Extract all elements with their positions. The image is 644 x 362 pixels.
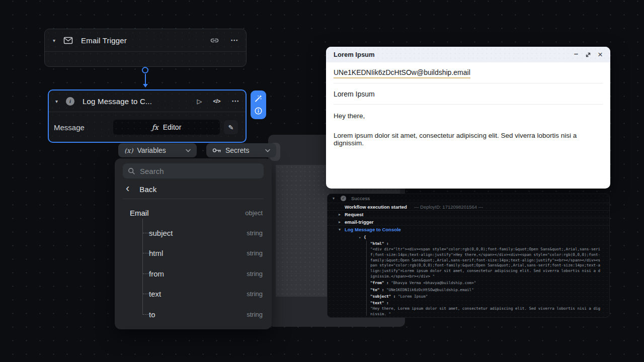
expand-icon[interactable] (585, 52, 591, 58)
expand-caret-icon[interactable]: ▸ (339, 220, 345, 224)
fx-icon: ƒx (152, 123, 158, 131)
json-entry-text: "text" : "Hey there, Lorem ipsum dolor s… (370, 301, 602, 317)
tree-item-subject[interactable]: subject string (130, 227, 263, 238)
modal-title: Lorem Ipsum (334, 51, 574, 58)
node-title: Email Trigger (81, 36, 199, 45)
chevron-down-icon (265, 149, 270, 152)
tree-node-name: html (130, 249, 163, 257)
console-row-request[interactable]: ▸ Request (328, 210, 609, 218)
editor-button[interactable]: ƒx Editor (113, 120, 220, 135)
run-node-icon[interactable]: ▷ (197, 98, 202, 105)
json-value: "<div dir="ltr"><div><span style="color:… (370, 247, 602, 280)
edit-pencil-button[interactable]: ✎ (224, 120, 238, 134)
console-row-log-node[interactable]: ▾ Log Message to Console (328, 225, 609, 233)
message-field-label: Message (54, 123, 85, 132)
tree-node-type: string (247, 229, 263, 237)
search-input[interactable] (140, 167, 259, 175)
divider (334, 83, 603, 83)
tree-item-to[interactable]: to string (130, 309, 263, 320)
back-button[interactable]: ‹ Back (115, 180, 272, 198)
json-entry-to: "to" : "UNe1KEDNIik6zDcHtSOw@buildship.e… (370, 288, 602, 293)
success-label: Success (351, 196, 370, 201)
json-key: "from" : (370, 281, 389, 285)
email-body: Lorem ipsum dolor sit amet, consectetur … (334, 132, 603, 147)
console-json-output: ▾ { "html" : "<div dir="ltr"><div><span … (359, 233, 609, 318)
more-options-icon[interactable]: ⋯ (230, 36, 238, 45)
collapse-caret-icon[interactable]: ▾ (339, 227, 345, 232)
tab-variables[interactable]: (x) Variables (118, 143, 197, 157)
tree-node-name: Email (130, 209, 149, 217)
tree-item-text[interactable]: text string (130, 288, 263, 299)
variables-dropdown-panel: ‹ Back Email object subject string html … (115, 158, 272, 329)
code-icon[interactable]: </> (213, 98, 220, 104)
close-icon[interactable]: × (598, 50, 603, 60)
node-title: Log Message to C... (83, 97, 186, 106)
chevron-down-icon (186, 149, 191, 152)
json-key: "text" : (370, 301, 602, 306)
json-guide-line (366, 241, 367, 316)
json-entry-html: "html" : "<div dir="ltr"><div><span styl… (370, 241, 602, 280)
log-message-header[interactable]: ▾ i Log Message to C... ▷ </> ⋯ (49, 90, 246, 112)
json-value: "Hey there, Lorem ipsum dolor sit amet, … (370, 306, 602, 317)
json-key: "to" : (370, 288, 384, 292)
key-icon (212, 147, 221, 153)
tree-node-type: object (245, 209, 263, 217)
tree-node-name: from (130, 269, 164, 278)
tab-secrets[interactable]: Secrets (206, 143, 276, 157)
started-label: Workflow execution started (345, 204, 407, 210)
json-entry-from: "from" : "Bhavya Verma <bhavya@buildship… (370, 281, 602, 286)
variables-tab-label: Variables (137, 146, 182, 154)
search-icon (128, 167, 135, 175)
tree-item-from[interactable]: from string (130, 268, 263, 279)
collapse-caret-icon[interactable]: ▾ (333, 196, 339, 201)
success-check-icon: ✓ (341, 196, 346, 201)
tree-root-email[interactable]: Email object (130, 207, 263, 218)
info-circle-icon[interactable] (254, 107, 263, 115)
minimize-icon[interactable]: – (574, 49, 578, 58)
json-key: "subject" : (370, 294, 395, 299)
collapse-caret-icon[interactable]: ▾ (53, 38, 55, 43)
link-icon[interactable] (210, 36, 219, 45)
console-row-email-trigger[interactable]: ▸ email-trigger (328, 218, 609, 225)
connector-port[interactable] (142, 67, 148, 73)
chevron-left-icon: ‹ (126, 184, 129, 194)
execution-console[interactable]: ▾ ✓ Success Workflow execution started -… (327, 194, 610, 318)
email-subject[interactable]: Lorem Ipsum (334, 90, 603, 98)
connector-line (145, 74, 146, 84)
connector-arrow-icon (143, 84, 148, 87)
node-quick-actions (251, 90, 266, 119)
tree-node-type: string (247, 290, 263, 298)
envelope-icon (63, 36, 73, 45)
collapse-caret-icon[interactable]: ▾ (359, 235, 361, 241)
tree-node-type: string (247, 311, 263, 318)
divider (123, 199, 264, 199)
log-node-label: Log Message to Console (345, 227, 401, 232)
tree-node-name: subject (130, 229, 173, 237)
email-preview-modal: Lorem Ipsum – × UNe1KEDNIik6zDcHtSOw@bui… (326, 47, 610, 189)
json-open-brace: { (359, 235, 609, 240)
collapse-caret-icon[interactable]: ▾ (55, 99, 58, 104)
variables-x-icon: (x) (124, 147, 133, 154)
variables-search[interactable] (123, 163, 264, 178)
expand-caret-icon[interactable]: ▸ (339, 212, 345, 217)
email-trigger-header[interactable]: ▾ Email Trigger ⋯ (45, 29, 246, 52)
email-trigger-label: email-trigger (345, 219, 374, 225)
editor-button-label: Editor (163, 123, 182, 131)
tree-item-html[interactable]: html string (130, 247, 263, 258)
back-label: Back (139, 185, 156, 194)
recipient-address[interactable]: UNe1KEDNIik6zDcHtSOw@buildship.email (334, 68, 470, 78)
console-row-started: Workflow execution started --- DeployID:… (328, 203, 609, 210)
workflow-canvas[interactable]: ▾ Email Trigger ⋯ ▾ i Log Message to C..… (0, 0, 644, 362)
tree-node-name: text (130, 290, 161, 298)
modal-header[interactable]: Lorem Ipsum – × (326, 47, 610, 62)
request-label: Request (345, 212, 363, 217)
magic-wand-icon[interactable] (254, 95, 263, 103)
email-greeting: Hey there, (334, 112, 603, 120)
info-icon: i (66, 97, 74, 106)
more-options-icon[interactable]: ⋯ (231, 97, 239, 106)
log-message-node[interactable]: ▾ i Log Message to C... ▷ </> ⋯ Message … (48, 89, 247, 143)
email-trigger-node[interactable]: ▾ Email Trigger ⋯ (44, 29, 247, 67)
secrets-tab-label: Secrets (225, 146, 261, 154)
message-field-row: Message ƒx Editor ✎ (49, 112, 246, 142)
console-row-success[interactable]: ▾ ✓ Success (328, 194, 609, 203)
